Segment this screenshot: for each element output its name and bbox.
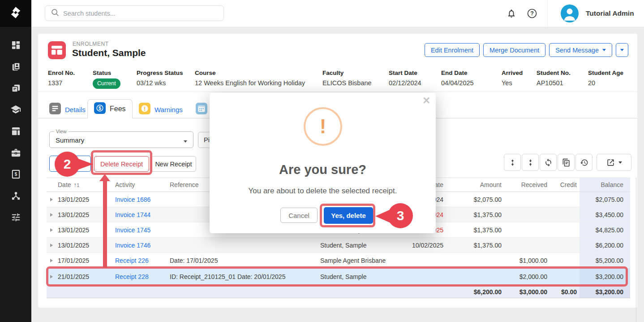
dashboard-icon[interactable] [10, 39, 21, 50]
sort-asc-icon: ↑1 [74, 182, 80, 188]
refresh-button[interactable] [540, 154, 557, 171]
totals-row: $6,200.00 $3,000.00 $0.00 $3,200.00 [47, 285, 630, 298]
view-select[interactable]: View Summary [49, 131, 193, 148]
cell-contact: Student, Sample [318, 242, 405, 249]
agents-icon[interactable] [10, 190, 21, 201]
table-scrollbar[interactable] [636, 178, 636, 322]
annotation-box-delete-receipt [91, 150, 152, 175]
svg-text:!: ! [144, 106, 146, 112]
copy-button[interactable] [558, 154, 575, 171]
collapse-rows-button[interactable] [522, 154, 539, 171]
enrolment-info-row: Enrol No.1337 StatusCurrent Progress Sta… [48, 70, 630, 90]
cancel-button[interactable]: Cancel [280, 208, 318, 223]
new-receipt-button[interactable]: New Receipt [151, 156, 196, 172]
notifications-bell-icon[interactable] [507, 9, 516, 20]
cell-balance: $5,200.00 [580, 253, 630, 268]
courses-icon[interactable] [10, 104, 21, 115]
field-end-date: End Date04/04/2025 [441, 70, 474, 87]
dialog-title: Are you sure? [210, 162, 436, 177]
chevron-down-icon [602, 49, 606, 53]
page-title: Student, Sample [72, 48, 146, 58]
table-row[interactable]: 13/01/2025 Invoice 1746 Student, Sample … [47, 238, 630, 253]
documents-icon[interactable] [10, 83, 21, 93]
send-message-button[interactable]: Send Message [549, 43, 612, 57]
col-activity[interactable]: Activity [113, 181, 167, 188]
svg-text:$: $ [14, 171, 17, 177]
student-no-link[interactable]: AP10501 [537, 79, 571, 87]
students-icon[interactable] [10, 61, 21, 72]
export-button[interactable] [597, 154, 631, 171]
row-expand-icon[interactable] [50, 228, 53, 232]
merge-document-button[interactable]: Merge Document [483, 43, 545, 57]
edit-enrolment-button[interactable]: Edit Enrolment [425, 43, 480, 57]
details-icon [49, 103, 61, 116]
invoices-icon[interactable]: $ [10, 169, 21, 179]
cell-activity-link[interactable]: Invoice 1745 [113, 226, 167, 234]
row-expand-icon[interactable] [50, 213, 53, 217]
cell-activity-link[interactable]: Receipt 226 [113, 257, 167, 264]
field-enrol-no: Enrol No.1337 [48, 70, 75, 87]
more-actions-button[interactable] [616, 43, 628, 57]
total-received: $3,000.00 [504, 288, 550, 296]
cell-balance: $3,450.00 [580, 207, 630, 222]
cell-activity-link[interactable]: Invoice 1746 [113, 242, 167, 249]
tab-details[interactable]: Details [49, 103, 86, 116]
total-amount: $6,200.00 [446, 288, 504, 296]
entity-label: ENROLMENT [73, 41, 109, 47]
col-amount[interactable]: Amount [446, 181, 504, 188]
tab-fees[interactable]: $ Fees [87, 99, 133, 118]
timetable-icon[interactable] [10, 126, 21, 136]
divider [38, 91, 637, 92]
cell-contact: Sample Agent Brisbane [318, 257, 405, 264]
alert-icon: ! [304, 107, 342, 146]
settings-icon[interactable] [10, 212, 21, 222]
annotation-box-selected-row [46, 266, 628, 287]
annotation-step-2-badge: 2 [55, 152, 80, 177]
logo-icon [7, 4, 24, 23]
svg-text:$: $ [99, 105, 101, 111]
close-icon[interactable]: × [423, 94, 430, 108]
annotation-arrow-line [103, 180, 107, 268]
field-status: StatusCurrent [93, 70, 120, 89]
cell-reference: Date: 17/01/2025 [167, 257, 318, 264]
col-credit[interactable]: Credit [550, 181, 580, 188]
search-input[interactable] [63, 10, 211, 17]
app-logo[interactable] [0, 0, 31, 27]
row-expand-icon[interactable] [50, 198, 53, 201]
cell-balance: $6,200.00 [580, 238, 630, 252]
history-button[interactable] [575, 154, 592, 171]
field-progress-status: Progress Status03/12 wks [137, 70, 183, 87]
help-icon[interactable]: ? [527, 8, 537, 21]
topbar: ? Tutorial Admin [31, 0, 644, 27]
col-balance[interactable]: Balance [580, 178, 630, 191]
tab-calendar[interactable] [196, 103, 211, 116]
cell-balance: $4,825.00 [580, 222, 630, 237]
field-course: Course12 Weeks English for Working Holid… [195, 70, 305, 87]
cell-activity-link[interactable]: Invoice 1744 [113, 211, 167, 218]
field-arrived: ArrivedYes [502, 70, 523, 87]
total-credit: $0.00 [550, 288, 580, 296]
annotation-step-3-badge: 3 [388, 203, 413, 228]
user-name[interactable]: Tutorial Admin [586, 9, 634, 17]
col-received[interactable]: Received [504, 181, 550, 188]
tab-warnings[interactable]: ! Warnings [139, 103, 183, 116]
cell-activity-link[interactable]: Invoice 1686 [113, 196, 167, 203]
services-icon[interactable] [10, 147, 21, 158]
search-box[interactable] [45, 5, 224, 21]
topbar-divider [547, 0, 548, 27]
table-row[interactable]: 17/01/2025 Receipt 226 Date: 17/01/2025 … [47, 253, 630, 268]
sidebar: $ [0, 0, 31, 322]
svg-text:?: ? [530, 10, 534, 17]
view-select-label: View [54, 129, 69, 134]
field-student-age: Student Age20 [588, 70, 623, 87]
row-expand-icon[interactable] [50, 244, 53, 247]
expand-rows-button[interactable] [504, 154, 521, 171]
cell-received: $1,000.00 [504, 257, 550, 264]
chevron-down-icon [618, 161, 622, 165]
avatar[interactable] [561, 4, 579, 22]
app-window: $ ? Tutorial Admin [0, 0, 644, 322]
row-expand-icon[interactable] [50, 259, 53, 262]
cell-amount: $1,375.00 [446, 242, 504, 249]
cell-due-date: 10/02/2025 [405, 242, 446, 249]
warning-icon: ! [139, 103, 150, 116]
